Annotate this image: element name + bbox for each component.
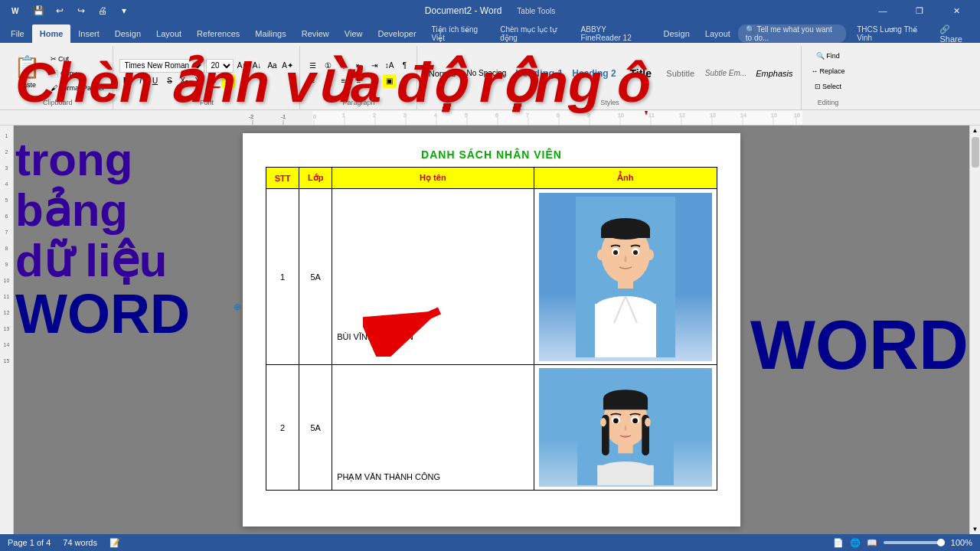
zoom-thumb[interactable] — [937, 539, 945, 546]
share-button[interactable]: 🔗 Share — [932, 24, 977, 43]
font-name-row: Times New Roman Calibri Arial 20 11 12 A… — [119, 59, 295, 73]
text-effects-button[interactable]: A✦ — [281, 59, 295, 73]
line-spacing-button[interactable]: ↕ — [368, 74, 381, 88]
show-formatting-button[interactable]: ¶ — [398, 59, 412, 73]
align-right-button[interactable]: ≡ — [337, 74, 351, 88]
view-read-button[interactable]: 📖 — [867, 538, 877, 548]
subscript-button[interactable]: X₂ — [178, 74, 191, 88]
styles-label: Styles — [600, 99, 619, 108]
tab-view[interactable]: View — [337, 24, 371, 43]
align-center-button[interactable]: ≡ — [322, 74, 335, 88]
tab-references[interactable]: References — [189, 24, 247, 43]
tab-home[interactable]: Home — [32, 24, 71, 43]
list-buttons-row: ☰ ① ⋮ ⇤ ⇥ ↕A ¶ — [306, 59, 412, 73]
style-heading2[interactable]: Heading 2 — [568, 58, 619, 89]
underline-button[interactable]: U — [149, 74, 162, 88]
shading-button[interactable]: ▣ — [383, 74, 397, 88]
editing-label: Editing — [818, 99, 839, 108]
find-button[interactable]: 🔍 Find — [813, 49, 843, 63]
tab-tien-ich[interactable]: Tiện ích tiếng Việt — [424, 24, 493, 43]
multilevel-button[interactable]: ⋮ — [337, 59, 351, 73]
account-name[interactable]: THCS Lương Thế Vinh — [849, 24, 929, 43]
tab-mailings[interactable]: Mailings — [247, 24, 293, 43]
tab-developer[interactable]: Developer — [370, 24, 423, 43]
style-normal[interactable]: Normal — [423, 58, 462, 89]
scroll-thumb[interactable] — [972, 137, 979, 168]
styles-content: Normal No Spacing Heading 1 Heading 2 Ti… — [423, 47, 797, 99]
style-no-spacing[interactable]: No Spacing — [463, 58, 511, 89]
increase-indent-button[interactable]: ⇥ — [368, 59, 381, 73]
tab-table-layout[interactable]: Layout — [697, 24, 738, 43]
tab-table-design[interactable]: Design — [656, 24, 697, 43]
close-button[interactable]: ✕ — [939, 0, 974, 21]
ribbon: 📋 Paste ✂Cut 📄Copy 🖌Format Painter Clipb… — [0, 43, 980, 110]
increase-font-button[interactable]: A↑ — [235, 59, 249, 73]
view-web-button[interactable]: 🌐 — [850, 538, 861, 548]
svg-point-57 — [633, 250, 638, 255]
redo-button[interactable]: ↪ — [72, 2, 90, 20]
tab-chen-muc[interactable]: Chèn mục lục tự động — [492, 24, 573, 43]
cut-button[interactable]: ✂Cut — [47, 52, 108, 66]
copy-button[interactable]: 📄Copy — [47, 67, 108, 80]
superscript-button[interactable]: X² — [192, 74, 206, 88]
svg-text:-2: -2 — [249, 114, 253, 119]
format-painter-button[interactable]: 🖌Format Painter — [47, 81, 108, 95]
align-left-button[interactable]: ≡ — [306, 74, 320, 88]
save-button[interactable]: 💾 — [29, 2, 47, 20]
tab-abbyy[interactable]: ABBYY FineReader 12 — [573, 24, 656, 43]
proofing-icon[interactable]: 📝 — [109, 538, 120, 548]
italic-button[interactable]: I — [134, 74, 148, 88]
clear-format-button[interactable]: Aa — [266, 59, 279, 73]
style-subtle-em[interactable]: Subtle Em... — [701, 58, 750, 89]
borders-button[interactable]: □ — [398, 74, 412, 88]
style-title[interactable]: Title — [622, 58, 660, 89]
word-logo[interactable]: W — [6, 2, 24, 20]
text-highlight-button[interactable]: A — [221, 74, 235, 88]
font-size-select[interactable]: 20 11 12 — [206, 59, 234, 73]
select-button[interactable]: ⊡ Select — [812, 80, 844, 93]
print-preview-button[interactable]: 🖨 — [93, 2, 112, 20]
font-name-select[interactable]: Times New Roman Calibri Arial — [119, 59, 204, 73]
decrease-indent-button[interactable]: ⇤ — [352, 59, 366, 73]
style-heading1[interactable]: Heading 1 — [511, 58, 567, 89]
style-subtitle[interactable]: Subtitle — [662, 58, 700, 89]
bold-button[interactable]: B — [119, 74, 133, 88]
scroll-up-button[interactable]: ▲ — [971, 126, 980, 135]
svg-rect-68 — [603, 398, 648, 409]
ruler: -2 -1 0 1 2 3 4 5 6 7 8 9 10 11 — [0, 110, 980, 126]
sort-button[interactable]: ↕A — [383, 59, 397, 73]
bullets-button[interactable]: ☰ — [306, 59, 320, 73]
customize-quick-access-button[interactable]: ▾ — [115, 2, 133, 20]
undo-button[interactable]: ↩ — [51, 2, 69, 20]
svg-line-44 — [371, 311, 439, 341]
zoom-slider[interactable] — [884, 541, 945, 544]
tab-insert[interactable]: Insert — [70, 24, 107, 43]
numbering-button[interactable]: ① — [322, 59, 335, 73]
tab-layout[interactable]: Layout — [149, 24, 189, 43]
strikethrough-button[interactable]: S — [163, 74, 177, 88]
table-insert-marker[interactable]: ⊕ — [234, 302, 241, 312]
minimize-button[interactable]: — — [865, 0, 900, 21]
header-anh: Ảnh — [534, 168, 717, 189]
female-person-svg — [576, 370, 675, 485]
tab-review[interactable]: Review — [294, 24, 337, 43]
table-header-row: STT Lớp Họ tên Ảnh — [266, 168, 717, 189]
male-person-svg — [576, 197, 675, 357]
text-color-button[interactable]: A — [207, 74, 220, 88]
tab-design[interactable]: Design — [107, 24, 149, 43]
tell-me-input[interactable]: 🔍 Tell me what you want to do... — [738, 24, 846, 43]
paste-button[interactable]: 📋 Paste — [8, 49, 47, 93]
decrease-font-button[interactable]: A↓ — [250, 59, 264, 73]
cell-photo-1 — [534, 189, 717, 365]
status-bar: Page 1 of 4 74 words 📝 📄 🌐 📖 100% — [0, 534, 980, 551]
replace-button[interactable]: ↔ Replace — [808, 64, 848, 78]
cell-name-1: BÙI VĨNH PHÚC AN — [332, 189, 534, 365]
tab-file[interactable]: File — [3, 24, 32, 43]
scroll-down-button[interactable]: ▼ — [971, 524, 980, 534]
view-print-button[interactable]: 📄 — [833, 538, 844, 548]
paragraph-controls: ☰ ① ⋮ ⇤ ⇥ ↕A ¶ ≡ ≡ ≡ ≡ ↕ ▣ □ — [306, 59, 412, 88]
style-emphasis[interactable]: Emphasis — [752, 58, 796, 89]
zoom-percent: 100% — [951, 538, 972, 547]
justify-button[interactable]: ≡ — [352, 74, 366, 88]
restore-button[interactable]: ❐ — [902, 0, 937, 21]
